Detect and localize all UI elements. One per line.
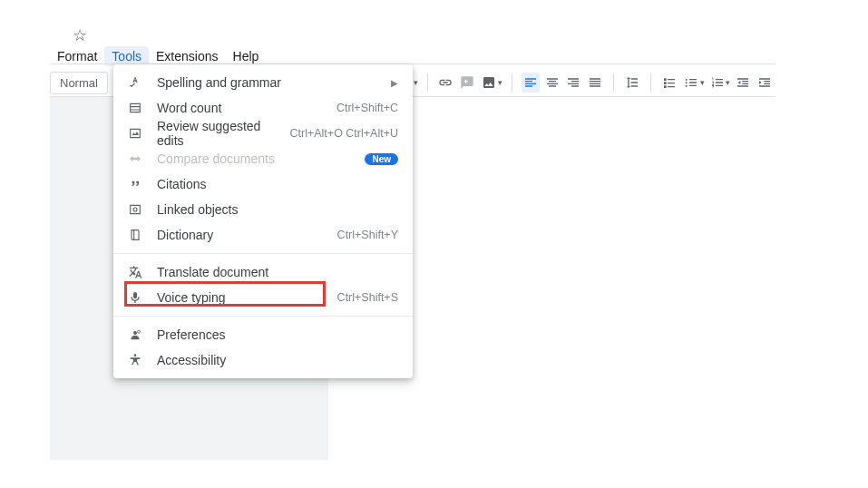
- separator: [613, 73, 614, 92]
- menu-item-label: Accessibility: [157, 353, 398, 367]
- tools-word-count[interactable]: Word count Ctrl+Shift+C: [113, 95, 413, 121]
- dictionary-icon: [126, 228, 144, 242]
- align-justify-icon[interactable]: [586, 73, 604, 93]
- insert-link-icon[interactable]: [436, 73, 454, 93]
- menu-item-label: Citations: [157, 177, 398, 191]
- chevron-down-icon[interactable]: ▾: [700, 78, 705, 87]
- tools-linked-objects[interactable]: Linked objects: [113, 197, 413, 222]
- separator: [427, 73, 428, 92]
- svg-point-1: [138, 330, 141, 333]
- align-center-icon[interactable]: [543, 73, 561, 93]
- menu-item-label: Dictionary: [157, 228, 328, 242]
- chevron-down-icon[interactable]: ▾: [726, 78, 730, 87]
- menu-separator: [113, 253, 413, 254]
- review-edits-icon: [126, 126, 144, 141]
- tools-dropdown: Spelling and grammar ▶ Word count Ctrl+S…: [113, 64, 413, 378]
- align-left-icon[interactable]: [522, 73, 540, 93]
- menu-item-label: Translate document: [157, 265, 398, 279]
- insert-image-icon[interactable]: [480, 73, 498, 93]
- menu-item-label: Review suggested edits: [157, 119, 281, 148]
- menu-item-shortcut: Ctrl+Shift+S: [337, 291, 398, 304]
- menu-item-label: Preferences: [157, 327, 398, 342]
- tools-citations[interactable]: Citations: [113, 171, 413, 197]
- new-badge: New: [365, 153, 398, 165]
- decrease-indent-icon[interactable]: [734, 73, 752, 93]
- chevron-down-icon[interactable]: ▾: [498, 78, 502, 87]
- translate-icon: [126, 265, 144, 279]
- preferences-icon: [126, 327, 144, 342]
- svg-point-0: [133, 208, 137, 211]
- tools-review-edits[interactable]: Review suggested edits Ctrl+Alt+O Ctrl+A…: [113, 121, 413, 146]
- tools-voice-typing[interactable]: Voice typing Ctrl+Shift+S: [113, 285, 413, 310]
- menu-item-label: Linked objects: [157, 202, 398, 217]
- paragraph-styles-select[interactable]: Normal: [50, 72, 108, 94]
- tools-spelling-grammar[interactable]: Spelling and grammar ▶: [113, 70, 413, 95]
- separator: [512, 73, 512, 92]
- tools-compare-documents: Compare documents New: [113, 146, 413, 171]
- compare-icon: [126, 151, 144, 166]
- tools-translate-document[interactable]: Translate document: [113, 259, 413, 285]
- increase-indent-icon[interactable]: [756, 73, 774, 93]
- align-right-icon[interactable]: [565, 73, 583, 93]
- tools-dictionary[interactable]: Dictionary Ctrl+Shift+Y: [113, 222, 413, 248]
- menu-item-label: Compare documents: [157, 151, 365, 166]
- menu-item-shortcut: Ctrl+Shift+C: [336, 102, 398, 114]
- tools-accessibility[interactable]: Accessibility: [113, 347, 413, 373]
- submenu-arrow-icon: ▶: [391, 78, 398, 88]
- citations-icon: [126, 177, 144, 191]
- spellcheck-icon: [126, 75, 144, 90]
- linked-objects-icon: [126, 202, 144, 217]
- menu-separator: [113, 316, 413, 317]
- separator: [650, 73, 651, 92]
- add-comment-icon[interactable]: [458, 73, 476, 93]
- numbered-list-icon[interactable]: [708, 73, 727, 93]
- menu-item-shortcut: Ctrl+Alt+O Ctrl+Alt+U: [290, 127, 398, 140]
- checklist-icon[interactable]: [660, 73, 678, 93]
- menu-item-shortcut: Ctrl+Shift+Y: [337, 229, 398, 241]
- chevron-down-icon[interactable]: ▾: [414, 78, 418, 87]
- line-spacing-icon[interactable]: [623, 73, 641, 93]
- word-count-icon: [126, 101, 144, 115]
- menu-item-label: Word count: [157, 101, 327, 115]
- accessibility-icon: [126, 353, 144, 367]
- menu-item-label: Voice typing: [157, 290, 328, 305]
- star-icon[interactable]: ☆: [73, 25, 87, 45]
- mic-icon: [126, 290, 144, 305]
- menu-item-label: Spelling and grammar: [157, 75, 382, 90]
- tools-preferences[interactable]: Preferences: [113, 322, 413, 347]
- bulleted-list-icon[interactable]: [682, 73, 700, 93]
